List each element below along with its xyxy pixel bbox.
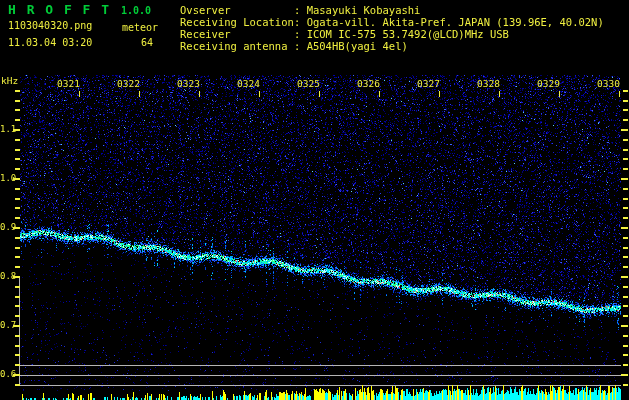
time-axis-label: 0326 <box>357 79 380 89</box>
freq-axis-unit: kHz <box>1 76 18 86</box>
info-row-antenna: Receiving antenna: A504HB(yagi 4el) <box>180 40 408 53</box>
freq-axis-label: 1.1 <box>0 125 15 135</box>
freq-axis-label: 1.0 <box>0 174 15 184</box>
app-version: 1.0.0 <box>121 5 151 16</box>
freq-axis-label: 0.7 <box>0 321 15 331</box>
time-axis-label: 0323 <box>177 79 200 89</box>
info-value: : A504HB(yagi 4el) <box>294 40 408 52</box>
info-value: : ICOM IC-575 53.7492(@LCD)MHz USB <box>294 28 509 40</box>
freq-axis-label: 0.8 <box>0 272 15 282</box>
time-axis-label: 0328 <box>477 79 500 89</box>
time-axis-label: 0322 <box>117 79 140 89</box>
app-title: H R O F F T <box>8 3 111 17</box>
time-axis-label: 0325 <box>297 79 320 89</box>
datetime-label: 11.03.04 03:20 <box>8 37 92 48</box>
info-row-location: Receiving Location: Ogata-vill. Akita-Pr… <box>180 16 604 29</box>
hrofft-output-image: H R O F F T 1.0.0 1103040320.png meteor … <box>0 0 629 400</box>
filename-label: 1103040320.png <box>8 20 92 31</box>
meteor-count: 64 <box>141 37 153 48</box>
info-row-receiver: Receiver: ICOM IC-575 53.7492(@LCD)MHz U… <box>180 28 509 41</box>
info-label: Ovserver <box>180 5 294 17</box>
freq-axis-label: 0.9 <box>0 223 15 233</box>
mode-label: meteor <box>122 22 158 33</box>
time-axis-label: 0324 <box>237 79 260 89</box>
time-axis-label: 0330 <box>597 79 620 89</box>
info-value: : Ogata-vill. Akita-Pref. JAPAN (139.96E… <box>294 16 604 28</box>
info-value: : Masayuki Kobayashi <box>294 4 420 16</box>
time-axis-label: 0327 <box>417 79 440 89</box>
freq-axis-label: 0.6 <box>0 370 15 380</box>
info-label: Receiving antenna <box>180 41 294 53</box>
info-label: Receiving Location <box>180 17 294 29</box>
spectrogram-canvas <box>0 0 629 400</box>
time-axis-label: 0329 <box>537 79 560 89</box>
time-axis-label: 0321 <box>57 79 80 89</box>
info-row-observer: Ovserver: Masayuki Kobayashi <box>180 4 420 17</box>
info-label: Receiver <box>180 29 294 41</box>
